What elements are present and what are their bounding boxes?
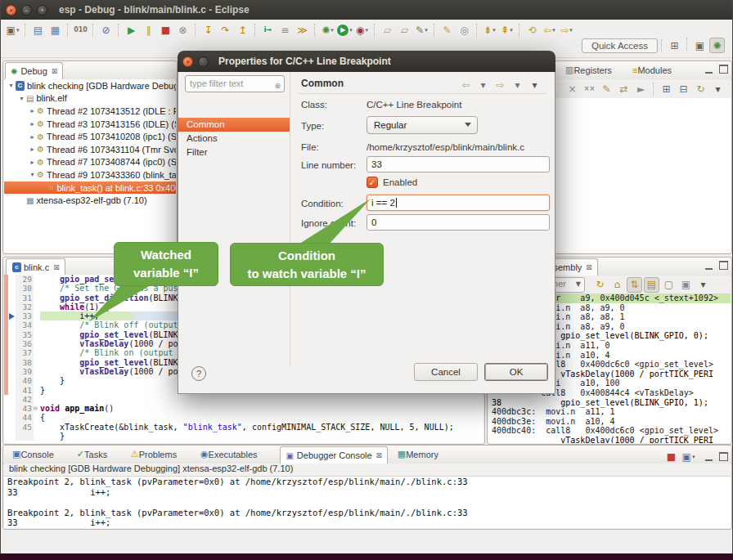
expander-icon[interactable]: ▸ xyxy=(29,159,36,166)
tab-debug[interactable]: ✺ Debug ⊠ xyxy=(5,62,63,79)
ok-button[interactable]: OK xyxy=(484,363,548,381)
debug-tree[interactable]: ▾Cblink checking [GDB Hardware Debugging… xyxy=(4,79,176,253)
debug-icon[interactable]: ✺▾ xyxy=(320,23,335,38)
tab-modules[interactable]: ≡ Modules xyxy=(627,61,677,78)
cpp-perspective-icon[interactable]: ▣ xyxy=(692,38,708,53)
back-icon[interactable]: ⇦ xyxy=(458,77,474,92)
maximize-icon[interactable] xyxy=(719,261,728,270)
instruction-stepping-icon[interactable]: i→ xyxy=(260,23,276,38)
minimize-icon[interactable] xyxy=(705,262,713,270)
chevron-down-icon[interactable]: ▼ xyxy=(576,280,581,288)
remove-selected-icon[interactable]: × xyxy=(564,81,580,96)
enabled-checkbox[interactable]: ✓ xyxy=(366,177,378,188)
tab-console[interactable]: ▣Console xyxy=(7,446,60,463)
tab-debugger-console[interactable]: ▣Debugger Console⊠ xyxy=(280,446,388,464)
debug-tree-row[interactable]: ▸⚙Thread #5 1073410208 (ipc1) (Suspended… xyxy=(4,130,176,143)
tab-memory[interactable]: ▦Memory xyxy=(392,446,444,463)
expander-icon[interactable]: ▸ xyxy=(29,107,36,114)
window-minimize-button[interactable]: – xyxy=(21,5,32,16)
cancel-button[interactable]: Cancel xyxy=(414,363,478,381)
minimize-icon[interactable] xyxy=(705,453,713,461)
forward-menu-icon[interactable]: ▾ xyxy=(510,77,525,92)
annotate-icon[interactable]: ✎▾ xyxy=(414,23,429,38)
expander-icon[interactable]: ▸ xyxy=(29,120,36,128)
save-all-icon[interactable]: ▦ xyxy=(47,23,63,38)
type-dropdown[interactable]: Regular xyxy=(366,116,478,134)
home-icon[interactable]: ⌂ xyxy=(609,277,625,293)
tab-problems[interactable]: ⚠Problems xyxy=(125,446,182,463)
show-execution-icon[interactable]: ≡ xyxy=(277,23,293,38)
display-selected-console-icon[interactable]: ▣▾ xyxy=(681,449,696,464)
debug-tree-row[interactable]: ▸⚙Thread #2 1073413512 (IDLE : Running) xyxy=(4,105,176,118)
step-return-icon[interactable]: ↥ xyxy=(235,23,250,38)
next-annotation-icon[interactable]: ⇟▾ xyxy=(482,23,497,38)
tab-close-icon[interactable]: ⊠ xyxy=(52,67,58,75)
forward-icon[interactable]: ⇨▾ xyxy=(559,23,574,38)
tab-close-icon[interactable]: ⊠ xyxy=(586,263,592,271)
tab-close-icon[interactable]: ⊠ xyxy=(53,263,60,271)
window-close-button[interactable]: × xyxy=(6,5,16,16)
step-filters-icon[interactable]: ≫ xyxy=(295,23,310,38)
debug-tree-row[interactable]: ▩xtensa-esp32-elf-gdb (7.10) xyxy=(4,194,176,207)
expand-icon[interactable]: ⊞ xyxy=(659,81,674,96)
dialog-close-button[interactable]: × xyxy=(182,56,193,67)
back-menu-icon[interactable]: ▾ xyxy=(475,77,491,92)
expander-icon[interactable]: ▸ xyxy=(29,133,36,141)
registers-body[interactable] xyxy=(555,98,731,253)
debug-tree-row[interactable]: ▾⚙Thread #9 1073433360 (blink_task : xyxy=(4,168,176,181)
filter-input[interactable]: type filter text ⊗ xyxy=(185,75,285,92)
binary-icon[interactable]: 010 xyxy=(73,23,88,38)
tab-blink-c[interactable]: c blink.c ⊠ xyxy=(6,258,65,276)
pointer-icon[interactable]: ► xyxy=(633,81,649,96)
save-icon[interactable]: ▤ xyxy=(30,23,46,38)
resume-icon[interactable]: ▶ xyxy=(124,23,139,38)
profile-icon[interactable]: ◎ xyxy=(456,23,472,38)
terminate-console-icon[interactable]: ■ xyxy=(663,449,679,464)
new-view-icon[interactable]: ▢ xyxy=(661,277,677,293)
debug-perspective-icon[interactable]: ✺ xyxy=(709,38,725,53)
maximize-icon[interactable] xyxy=(719,65,728,74)
forward-icon[interactable]: ⇨ xyxy=(492,77,508,92)
view-menu-icon[interactable]: ▾ xyxy=(710,81,726,96)
view-menu-icon[interactable]: ▾ xyxy=(695,277,711,293)
new-wizard-icon[interactable]: ▣▾ xyxy=(5,23,20,38)
disconnect-icon[interactable]: ⊗ xyxy=(175,23,191,38)
console-output[interactable]: Breakpoint 2, blink_task (pvParameter=0x… xyxy=(4,476,731,528)
debug-tree-row[interactable]: ≡blink_task() at blink.c:33 0x400db xyxy=(4,181,176,195)
skip-breakpoints-icon[interactable]: ⊘ xyxy=(98,23,114,38)
collapse-icon[interactable]: ⊟ xyxy=(676,81,691,96)
terminate-icon[interactable]: ■ xyxy=(158,23,173,38)
quick-access-button[interactable]: Quick Access xyxy=(582,38,658,53)
cast-type-icon[interactable]: ⇄ xyxy=(616,81,632,96)
tab-registers[interactable]: ▥ Registers xyxy=(560,61,618,78)
debug-tree-row[interactable]: ▸⚙Thread #3 1073413156 (IDLE) (Suspended… xyxy=(4,118,176,131)
remove-all-icon[interactable]: ×× xyxy=(582,81,597,96)
tab-close-icon[interactable]: ⊠ xyxy=(376,451,383,459)
step-into-icon[interactable]: ↧ xyxy=(200,23,216,38)
debug-tree-row[interactable]: ▸⚙Thread #7 1073408744 (ipc0) (Suspended… xyxy=(4,156,176,169)
last-edit-icon[interactable]: ⟲ xyxy=(524,23,540,38)
expander-icon[interactable]: ▾ xyxy=(29,171,36,178)
prev-annotation-icon[interactable]: ⇞▾ xyxy=(499,23,515,38)
tab-executables[interactable]: ◉Executables xyxy=(195,446,263,463)
maximize-icon[interactable] xyxy=(719,452,728,461)
tab-tasks[interactable]: ✓Tasks xyxy=(71,446,113,463)
expander-icon[interactable]: ▾ xyxy=(18,95,25,102)
add-register-group-icon[interactable]: ✎ xyxy=(599,81,614,96)
open-resource-icon[interactable]: ▱ xyxy=(397,23,412,38)
step-over-icon[interactable]: ↷ xyxy=(218,23,233,38)
highlight-icon[interactable]: ✎ xyxy=(439,23,455,38)
ignore-count-input[interactable]: 0 xyxy=(366,214,550,231)
expander-icon[interactable]: ▸ xyxy=(29,146,36,153)
window-maximize-button[interactable]: + xyxy=(37,5,47,16)
dialog-sidebar-item-common[interactable]: Common xyxy=(178,118,290,132)
sync-active-icon[interactable]: ⇅ xyxy=(627,277,642,293)
back-icon[interactable]: ⇦▾ xyxy=(542,23,557,38)
coverage-icon[interactable]: ◉▾ xyxy=(354,23,370,38)
restore-groups-icon[interactable]: ↻ xyxy=(693,81,708,96)
show-source-icon[interactable]: ▤ xyxy=(644,277,659,293)
debug-tree-row[interactable]: ▸⚙Thread #6 1073431104 (Tmr Svc) (Suspen… xyxy=(4,143,176,156)
debug-tree-row[interactable]: ▾▤blink.elf xyxy=(4,92,176,105)
minimize-icon[interactable] xyxy=(705,65,713,74)
view-menu-icon[interactable]: ▾ xyxy=(527,77,542,92)
